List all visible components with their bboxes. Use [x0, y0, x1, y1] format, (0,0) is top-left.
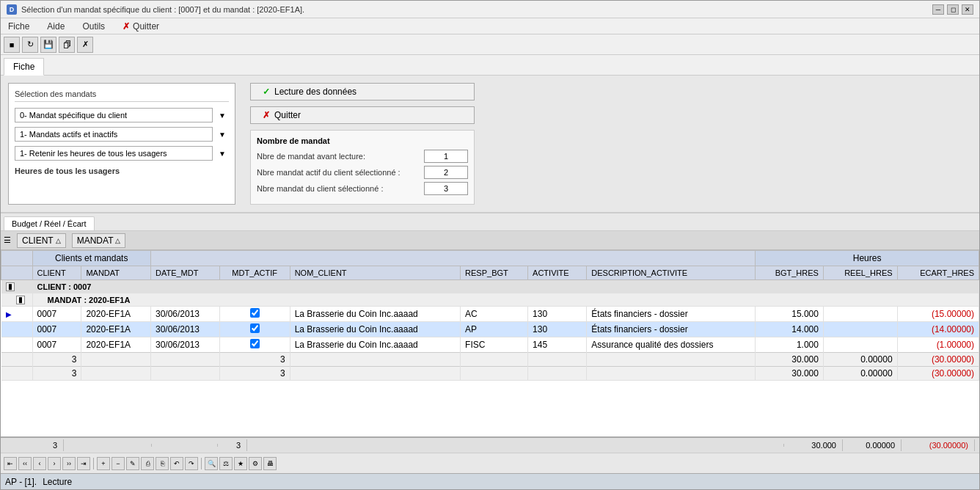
sort-client-button[interactable]: CLIENT △ [17, 233, 66, 248]
nav-add-button[interactable]: + [97, 457, 110, 470]
nav-separator-1 [93, 458, 94, 469]
nav-undo-button[interactable]: ↶ [170, 457, 183, 470]
th-mandat[interactable]: MANDAT [81, 266, 151, 280]
th-ecart-hres: ECART_HRES [897, 266, 979, 280]
table-row[interactable]: ▶ 0007 2020-EF1A 30/06/2013 La Brasserie… [1, 307, 979, 322]
selection-panel: Sélection des mandats 0- Mandat spécifiq… [8, 83, 235, 205]
toolbar-btn-3[interactable]: 💾 [40, 37, 56, 53]
tab-budget-reel-ecart[interactable]: Budget / Réel / Écart [4, 216, 95, 230]
sub1-mdt-count: 3 [219, 353, 290, 367]
nav-redo-button[interactable]: ↷ [185, 457, 198, 470]
row3-ecart-hres: (1.00000) [897, 337, 979, 353]
group-collapse-btn[interactable]: ▮ [1, 280, 33, 293]
table-wrapper: Clients et mandats Heures CLIENT MANDAT … [1, 250, 979, 436]
nav-search-button[interactable]: 🔍 [205, 457, 218, 470]
th-activite: ACTIVITE [528, 266, 587, 280]
minimize-button[interactable]: ─ [932, 4, 944, 15]
nav-last-button[interactable]: ⇥ [77, 457, 90, 470]
row1-resp-bgt: AC [461, 307, 528, 322]
row3-arrow [1, 337, 33, 353]
title-bar: D Sélection d'un mandat spécifique du cl… [1, 1, 979, 18]
nav-prev-button[interactable]: ‹ [33, 457, 46, 470]
menu-outils[interactable]: Outils [78, 20, 109, 33]
toolbar: ■ ↻ 💾 🗍 ✗ [1, 34, 979, 55]
quit-icon: ✗ [122, 21, 130, 32]
row2-date: 30/06/2013 [150, 322, 219, 337]
nombre-input-2[interactable] [424, 166, 468, 179]
status-bar: AP - [1]. Lecture [1, 473, 979, 489]
app-icon: D [7, 4, 17, 15]
row2-resp-bgt: AP [461, 322, 528, 337]
toolbar-btn-4[interactable]: 🗍 [59, 37, 75, 53]
dropdown1-wrapper: 0- Mandat spécifique du client ▼ [15, 108, 229, 122]
row3-actif-checkbox[interactable] [250, 339, 260, 348]
nav-settings-button[interactable]: ⚙ [249, 457, 262, 470]
nav-next-button[interactable]: › [48, 457, 61, 470]
toolbar-btn-5[interactable]: ✗ [77, 37, 93, 53]
sub2-empty4 [461, 367, 528, 381]
sub2-empty6 [587, 367, 756, 381]
subgroup-label-1: MANDAT : 2020-EF1A [32, 293, 979, 307]
nav-edit-button[interactable]: ✎ [126, 457, 139, 470]
nombre-label-2: Nbre mandat actif du client sélectionné … [257, 168, 418, 177]
dropdown2-arrow-icon: ▼ [219, 131, 226, 139]
nav-delete-button[interactable]: − [111, 457, 125, 470]
subgroup-collapse-btn[interactable]: ▮ [1, 293, 33, 307]
nombre-label-1: Nbre de mandat avant lecture: [257, 152, 418, 161]
dropdown3-wrapper: 1- Retenir les heures de tous les usager… [15, 146, 229, 161]
toolbar-btn-1[interactable]: ■ [4, 37, 20, 53]
row1-actif[interactable] [219, 307, 290, 322]
row2-reel-hres [823, 322, 897, 337]
nav-paste-button[interactable]: ⎘ [156, 457, 169, 470]
menu-aide[interactable]: Aide [43, 20, 69, 33]
sort-icon: ☰ [4, 235, 11, 245]
nombre-input-3[interactable] [424, 182, 468, 195]
table-row[interactable]: 0007 2020-EF1A 30/06/2013 La Brasserie d… [1, 337, 979, 353]
th-bgt-hres: BGT_HRES [756, 266, 824, 280]
subtotal-row-2: 3 3 30.000 0.00000 (30.00000) [1, 367, 979, 381]
row3-actif[interactable] [219, 337, 290, 353]
row2-actif[interactable] [219, 322, 290, 337]
nav-copy-button[interactable]: ⎙ [141, 457, 154, 470]
nav-next-page-button[interactable]: ›› [62, 457, 76, 470]
th-client[interactable]: CLIENT [32, 266, 81, 280]
table-row[interactable]: 0007 2020-EF1A 30/06/2013 La Brasserie d… [1, 322, 979, 337]
col-heures-header: Heures [756, 251, 979, 266]
row1-arrow: ▶ [1, 307, 33, 322]
quitter-button[interactable]: ✗ Quitter [250, 106, 475, 124]
footer-count: 3 [5, 439, 64, 451]
sub1-reel-hres: 0.00000 [823, 353, 897, 367]
nombre-section: Nombre de mandat Nbre de mandat avant le… [250, 130, 475, 205]
nav-prev-page-button[interactable]: ‹‹ [18, 457, 32, 470]
footer-mdt-count: 3 [218, 439, 247, 451]
lecture-button[interactable]: ✓ Lecture des données [250, 83, 475, 100]
nav-star-button[interactable]: ★ [234, 457, 247, 470]
toolbar-btn-2[interactable]: ↻ [22, 37, 38, 53]
footer-reel-hres: 0.00000 [843, 439, 902, 451]
nav-filter-button[interactable]: ⚖ [219, 457, 233, 470]
nav-first-button[interactable]: ⇤ [4, 457, 17, 470]
quit-menu-button[interactable]: ✗ Quitter [118, 20, 164, 33]
sort-mandat-icon: △ [115, 237, 120, 244]
tab-fiche[interactable]: Fiche [4, 58, 44, 76]
menu-fiche[interactable]: Fiche [4, 20, 34, 33]
dropdown2[interactable]: 1- Mandats actifs et inactifs [15, 127, 213, 142]
row1-ecart-hres: (15.00000) [897, 307, 979, 322]
sub1-empty2 [150, 353, 219, 367]
close-button[interactable]: ✕ [962, 4, 973, 15]
row1-nom-client: La Brasserie du Coin Inc.aaaad [290, 307, 460, 322]
row2-actif-checkbox[interactable] [250, 323, 260, 333]
restore-button[interactable]: ◻ [947, 4, 959, 15]
row1-bgt-hres: 15.000 [756, 307, 824, 322]
main-table: Clients et mandats Heures CLIENT MANDAT … [1, 250, 979, 381]
sort-mandat-button[interactable]: MANDAT △ [72, 233, 126, 248]
row2-description: États financiers - dossier [587, 322, 756, 337]
col-empty-header [150, 251, 755, 266]
window-controls: ─ ◻ ✕ [932, 4, 973, 15]
nav-print-button[interactable]: 🖶 [263, 457, 277, 470]
nombre-input-1[interactable]: 1 [424, 150, 468, 163]
dropdown1[interactable]: 0- Mandat spécifique du client [15, 108, 213, 122]
row1-actif-checkbox[interactable] [250, 308, 260, 318]
grid-section: Budget / Réel / Écart ☰ CLIENT △ MANDAT … [1, 213, 979, 453]
dropdown3[interactable]: 1- Retenir les heures de tous les usager… [15, 146, 213, 161]
